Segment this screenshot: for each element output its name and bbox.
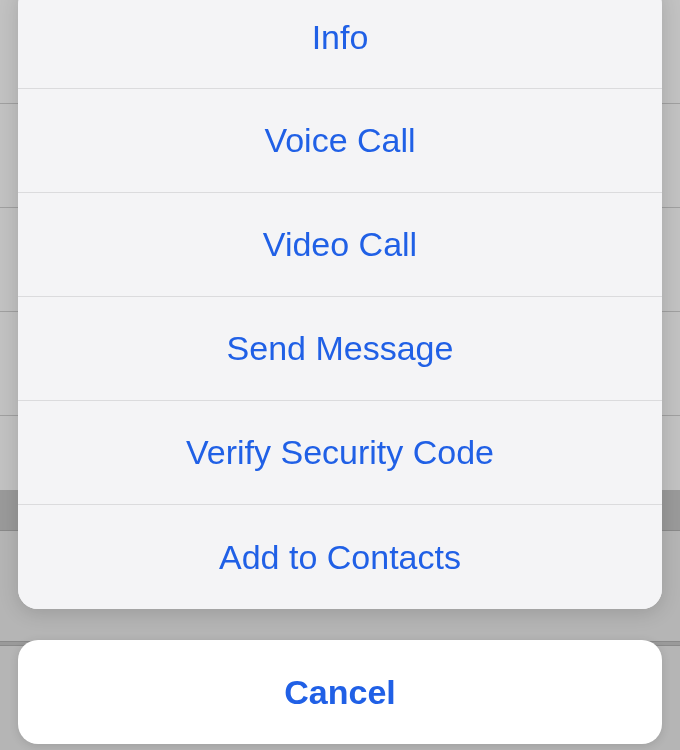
action-add-to-contacts[interactable]: Add to Contacts <box>18 505 662 609</box>
action-label: Send Message <box>227 329 454 368</box>
cancel-button[interactable]: Cancel <box>18 640 662 744</box>
action-label: Add to Contacts <box>219 538 461 577</box>
action-label: Info <box>312 18 369 57</box>
action-info[interactable]: Info <box>18 0 662 89</box>
cancel-label: Cancel <box>284 673 396 712</box>
action-verify-security-code[interactable]: Verify Security Code <box>18 401 662 505</box>
action-label: Voice Call <box>264 121 415 160</box>
action-voice-call[interactable]: Voice Call <box>18 89 662 193</box>
action-label: Verify Security Code <box>186 433 494 472</box>
action-label: Video Call <box>263 225 417 264</box>
action-send-message[interactable]: Send Message <box>18 297 662 401</box>
action-video-call[interactable]: Video Call <box>18 193 662 297</box>
action-sheet: Info Voice Call Video Call Send Message … <box>18 0 662 609</box>
